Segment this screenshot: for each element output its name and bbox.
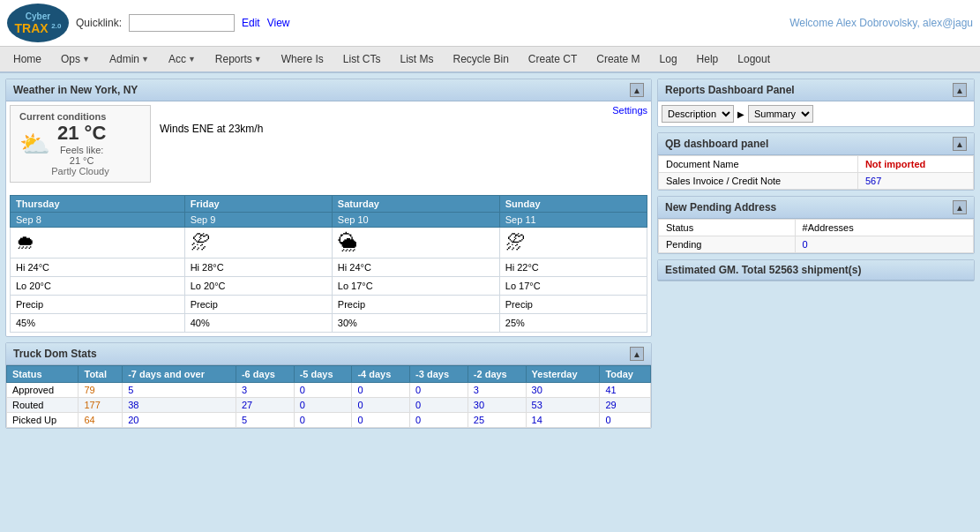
pending-row1-link[interactable]: 0 xyxy=(803,239,808,250)
pending-col2: #Addresses xyxy=(795,220,973,236)
pending-table: Status #Addresses Pending 0 xyxy=(658,219,974,253)
truck-stats-collapse-btn[interactable]: ▲ xyxy=(630,347,644,361)
forecast-lo-fri: Lo 20°C xyxy=(184,277,332,296)
truck-col-d6: -6 days xyxy=(236,366,294,383)
qb-col1-header: Document Name xyxy=(659,156,858,173)
forecast-icon-sun: ⛈ xyxy=(499,228,647,259)
truck-routed-d6: 27 xyxy=(236,398,294,413)
pending-row1-label: Pending xyxy=(659,236,796,253)
welcome-text: Welcome Alex Dobrovolsky, alex@jagu xyxy=(789,17,973,29)
weather-panel-content: Current conditions ⛅ 21 °C Feels like: 2… xyxy=(6,101,651,336)
forecast-date-row: Sep 8 Sep 9 Sep 10 Sep 11 xyxy=(11,213,647,228)
summary-select[interactable]: Summary xyxy=(748,105,813,123)
truck-pickedup-d6: 5 xyxy=(236,413,294,428)
forecast-date-sun: Sep 11 xyxy=(499,213,647,228)
pending-header-row: Status #Addresses xyxy=(659,220,974,236)
forecast-precip-sun: 25% xyxy=(499,314,647,333)
truck-row-routed: Routed 177 38 27 0 0 0 30 53 29 xyxy=(7,398,651,413)
reports-dashboard-header: Reports Dashboard Panel ▲ xyxy=(658,79,974,101)
logo: Cyber TRAX 2.0 xyxy=(7,4,69,42)
nav-logout[interactable]: Logout xyxy=(728,49,780,70)
nav-log[interactable]: Log xyxy=(650,49,687,70)
truck-col-d3: -3 days xyxy=(410,366,468,383)
truck-col-today: Today xyxy=(600,366,651,383)
truck-col-d4: -4 days xyxy=(352,366,410,383)
truck-stats-panel: Truck Dom Stats ▲ Status Total -7 days a… xyxy=(5,342,652,429)
nav-help[interactable]: Help xyxy=(687,49,729,70)
conditions-row: ⛅ 21 °C Feels like: 21 °C xyxy=(19,122,141,166)
nav-acc[interactable]: Acc ▼ xyxy=(159,49,206,70)
qb-dashboard-collapse-btn[interactable]: ▲ xyxy=(953,137,967,151)
view-link[interactable]: View xyxy=(267,17,290,29)
logo-cyber: Cyber xyxy=(26,11,50,21)
truck-pickedup-d4: 0 xyxy=(352,413,410,428)
logo-version: 2.0 xyxy=(51,22,61,30)
new-pending-content: Status #Addresses Pending 0 xyxy=(658,219,974,253)
nav-create-m[interactable]: Create M xyxy=(587,49,649,70)
truck-approved-d2: 3 xyxy=(468,383,526,398)
truck-pickedup-d7: 20 xyxy=(123,413,236,428)
truck-stats-header: Truck Dom Stats ▲ xyxy=(6,343,651,365)
navbar: Home Ops ▼ Admin ▼ Acc ▼ Reports ▼ Where… xyxy=(0,47,980,73)
forecast-lo-sat: Lo 17°C xyxy=(332,277,499,296)
edit-link[interactable]: Edit xyxy=(242,17,260,29)
nav-create-ct[interactable]: Create CT xyxy=(519,49,587,70)
forecast-table: Thursday Friday Saturday Sunday Sep 8 Se… xyxy=(10,195,647,333)
truck-col-d2: -2 days xyxy=(468,366,526,383)
nav-admin[interactable]: Admin ▼ xyxy=(100,49,159,70)
nav-listcts[interactable]: List CTs xyxy=(333,49,391,70)
pending-col1: Status xyxy=(659,220,796,236)
truck-col-yesterday: Yesterday xyxy=(526,366,600,383)
qb-row1-link[interactable]: 567 xyxy=(865,176,881,186)
weather-collapse-btn[interactable]: ▲ xyxy=(630,83,644,97)
new-pending-header: New Pending Address ▲ xyxy=(658,197,974,219)
forecast-hi-sat: Hi 24°C xyxy=(332,259,499,277)
truck-approved-today: 41 xyxy=(600,383,651,398)
truck-routed-d7: 38 xyxy=(123,398,236,413)
truck-approved-d5: 0 xyxy=(294,383,352,398)
nav-reports[interactable]: Reports ▼ xyxy=(206,49,272,70)
nav-listms[interactable]: List Ms xyxy=(390,49,443,70)
new-pending-collapse-btn[interactable]: ▲ xyxy=(953,200,967,214)
settings-link[interactable]: Settings xyxy=(612,105,647,116)
left-panel: Weather in New York, NY ▲ Current condit… xyxy=(5,79,652,429)
forecast-icon-fri: ⛈ xyxy=(184,228,332,259)
pending-data-row: Pending 0 xyxy=(659,236,974,253)
truck-pickedup-today: 0 xyxy=(600,413,651,428)
truck-col-d7: -7 days and over xyxy=(123,366,236,383)
current-conditions-box: Current conditions ⛅ 21 °C Feels like: 2… xyxy=(10,105,151,183)
forecast-hi-row: Hi 24°C Hi 28°C Hi 24°C Hi 22°C xyxy=(11,259,647,277)
truck-routed-yesterday: 53 xyxy=(526,398,600,413)
wind-info: Winds ENE at 23km/h xyxy=(160,105,263,135)
estimated-gm-panel: Estimated GM. Total 52563 shipment(s) xyxy=(657,259,975,281)
forecast-hi-fri: Hi 28°C xyxy=(184,259,332,277)
quicklink-label: Quicklink: xyxy=(76,17,122,29)
truck-pickedup-d3: 0 xyxy=(410,413,468,428)
nav-ops[interactable]: Ops ▼ xyxy=(51,49,100,70)
quicklink-input[interactable] xyxy=(129,14,235,32)
truck-pickedup-total: 64 xyxy=(79,413,123,428)
pending-row1-value: 0 xyxy=(795,236,973,253)
forecast-lo-thu: Lo 20°C xyxy=(11,277,185,296)
nav-recycle-bin[interactable]: Recycle Bin xyxy=(444,49,519,70)
qb-dashboard-content: Document Name Not imported Sales Invoice… xyxy=(658,155,974,190)
qb-dashboard-panel: QB dashboard panel ▲ Document Name Not i… xyxy=(657,132,975,191)
truck-pickedup-yesterday: 14 xyxy=(526,413,600,428)
weather-panel-header: Weather in New York, NY ▲ xyxy=(6,79,651,101)
forecast-icon-row: 🌧 ⛈ 🌦 ⛈ xyxy=(11,228,647,259)
description-select[interactable]: Description xyxy=(662,105,734,123)
truck-status-approved: Approved xyxy=(7,383,79,398)
truck-approved-d7: 5 xyxy=(123,383,236,398)
truck-stats-table: Status Total -7 days and over -6 days -5… xyxy=(6,365,651,428)
truck-approved-total: 79 xyxy=(79,383,123,398)
nav-whereis[interactable]: Where Is xyxy=(272,49,333,70)
qb-table: Document Name Not imported Sales Invoice… xyxy=(658,155,974,190)
reports-dashboard-collapse-btn[interactable]: ▲ xyxy=(953,83,967,97)
truck-approved-d3: 0 xyxy=(410,383,468,398)
forecast-lo-sun: Lo 17°C xyxy=(499,277,647,296)
nav-home[interactable]: Home xyxy=(4,49,51,70)
truck-col-d5: -5 days xyxy=(294,366,352,383)
current-temp: 21 °C xyxy=(57,122,106,145)
truck-pickedup-d2: 25 xyxy=(468,413,526,428)
forecast-precip-row: 45% 40% 30% 25% xyxy=(11,314,647,333)
